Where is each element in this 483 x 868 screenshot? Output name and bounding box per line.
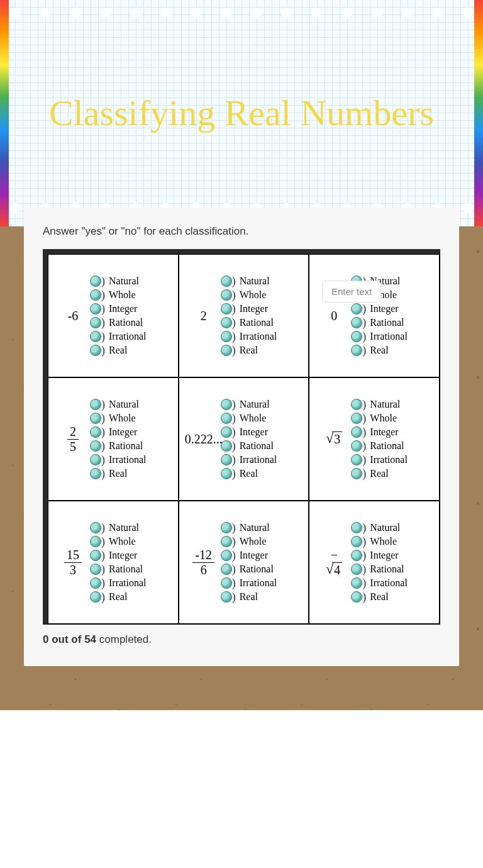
classification-row[interactable]: )Real <box>222 591 303 604</box>
classification-row[interactable]: )Integer <box>91 426 172 439</box>
classification-row[interactable]: )Irrational <box>352 330 433 343</box>
classification-row[interactable]: )Integer <box>91 303 172 316</box>
classification-row[interactable]: )Integer <box>222 303 303 316</box>
classification-row[interactable]: )Integer <box>352 426 433 439</box>
classification-label: Whole <box>240 413 267 424</box>
classification-label: Integer <box>370 426 398 438</box>
classification-label: Real <box>370 468 388 479</box>
classification-row[interactable]: )Integer <box>352 549 433 562</box>
classification-label: Irrational <box>109 331 147 342</box>
classification-label: Irrational <box>370 577 408 589</box>
radio-icon: ) <box>352 426 366 439</box>
classification-row[interactable]: )Integer <box>352 303 433 316</box>
classification-row[interactable]: )Real <box>222 344 303 357</box>
classification-label: Integer <box>240 303 268 314</box>
classification-label: Whole <box>240 289 267 301</box>
classification-label: Whole <box>370 536 397 547</box>
radio-icon: ) <box>91 275 105 288</box>
classification-row[interactable]: )Real <box>352 467 433 481</box>
cork-background: Answer "yes" or "no" for each classifica… <box>0 226 483 710</box>
classification-row[interactable]: )Real <box>352 344 433 357</box>
classification-row[interactable]: )Rational <box>91 316 172 330</box>
classification-row[interactable]: )Whole <box>352 535 433 548</box>
classification-row[interactable]: )Rational <box>352 563 433 576</box>
classification-label: Rational <box>370 564 404 575</box>
classification-list: )Natural)Whole)Integer)Rational)Irration… <box>91 398 172 481</box>
radio-icon: ) <box>91 412 105 425</box>
classification-row[interactable]: )Rational <box>91 563 172 576</box>
answer-input[interactable]: Enter text <box>322 281 381 303</box>
classification-list: )Natural)Whole)Integer)Rational)Irration… <box>352 521 433 604</box>
progress-text: 0 out of 54 completed. <box>43 633 440 646</box>
progress-label: completed. <box>99 633 152 645</box>
classification-label: Integer <box>109 303 137 314</box>
classification-row[interactable]: )Integer <box>222 549 303 562</box>
classification-label: Irrational <box>240 454 277 465</box>
radio-icon: ) <box>222 330 236 343</box>
classification-row[interactable]: )Rational <box>222 440 303 453</box>
classification-row[interactable]: )Whole <box>91 289 172 302</box>
worksheet-grid: Enter text -6)Natural)Whole)Integer)Rati… <box>43 249 440 625</box>
radio-icon: ) <box>222 289 236 302</box>
classification-row[interactable]: )Real <box>91 467 172 481</box>
classification-row[interactable]: )Irrational <box>91 330 172 343</box>
classification-label: Irrational <box>370 454 408 465</box>
worksheet-card: Answer "yes" or "no" for each classifica… <box>24 208 459 666</box>
radio-icon: ) <box>91 591 105 604</box>
classification-label: Whole <box>109 536 136 547</box>
classification-list: )Natural)Whole)Integer)Rational)Irration… <box>222 521 303 604</box>
classification-row[interactable]: )Natural <box>222 398 303 411</box>
classification-row[interactable]: )Whole <box>222 412 303 425</box>
worksheet-cell: -126)Natural)Whole)Integer)Rational)Irra… <box>179 501 309 624</box>
classification-row[interactable]: )Irrational <box>91 577 172 590</box>
classification-label: Rational <box>109 564 143 575</box>
classification-row[interactable]: )Rational <box>352 316 433 330</box>
classification-row[interactable]: )Rational <box>222 563 303 576</box>
classification-row[interactable]: )Irrational <box>91 453 172 467</box>
classification-row[interactable]: )Whole <box>222 289 303 302</box>
radio-icon: ) <box>91 426 105 439</box>
classification-row[interactable]: )Natural <box>91 521 172 535</box>
classification-row[interactable]: )Natural <box>352 521 433 535</box>
radio-icon: ) <box>352 316 366 330</box>
classification-row[interactable]: )Real <box>222 467 303 481</box>
classification-row[interactable]: )Rational <box>352 440 433 453</box>
classification-row[interactable]: )Irrational <box>222 453 303 467</box>
classification-row[interactable]: )Rational <box>222 316 303 330</box>
classification-row[interactable]: )Integer <box>91 549 172 562</box>
classification-row[interactable]: )Real <box>91 344 172 357</box>
classification-row[interactable]: )Whole <box>352 412 433 425</box>
classification-row[interactable]: )Whole <box>222 535 303 548</box>
radio-icon: ) <box>91 453 105 467</box>
classification-label: Rational <box>240 564 274 575</box>
number-value: -126 <box>186 548 222 577</box>
classification-row[interactable]: )Irrational <box>222 577 303 590</box>
classification-row[interactable]: )Integer <box>222 426 303 439</box>
classification-row[interactable]: )Irrational <box>222 330 303 343</box>
worksheet-cell: 0)Natural)Whole)Integer)Rational)Irratio… <box>309 254 440 377</box>
classification-row[interactable]: )Natural <box>91 275 172 288</box>
classification-row[interactable]: )Real <box>91 591 172 604</box>
number-value: 0 <box>316 309 352 323</box>
classification-row[interactable]: )Natural <box>222 275 303 288</box>
classification-label: Natural <box>109 399 139 410</box>
classification-label: Rational <box>109 317 143 328</box>
radio-icon: ) <box>91 549 105 562</box>
worksheet-cell: √3)Natural)Whole)Integer)Rational)Irrati… <box>309 377 440 501</box>
classification-row[interactable]: )Natural <box>222 521 303 535</box>
number-value: 25 <box>55 425 91 454</box>
classification-label: Real <box>240 345 258 356</box>
classification-row[interactable]: )Whole <box>91 412 172 425</box>
radio-icon: ) <box>352 521 366 535</box>
classification-row[interactable]: )Irrational <box>352 577 433 590</box>
progress-done: 0 <box>43 633 48 645</box>
page-title: Classifying Real Numbers <box>49 92 434 135</box>
classification-label: Integer <box>240 550 268 561</box>
classification-row[interactable]: )Rational <box>91 440 172 453</box>
classification-row[interactable]: )Real <box>352 591 433 604</box>
classification-row[interactable]: )Irrational <box>352 453 433 467</box>
classification-label: Natural <box>109 522 139 533</box>
classification-row[interactable]: )Whole <box>91 535 172 548</box>
classification-row[interactable]: )Natural <box>91 398 172 411</box>
classification-row[interactable]: )Natural <box>352 398 433 411</box>
